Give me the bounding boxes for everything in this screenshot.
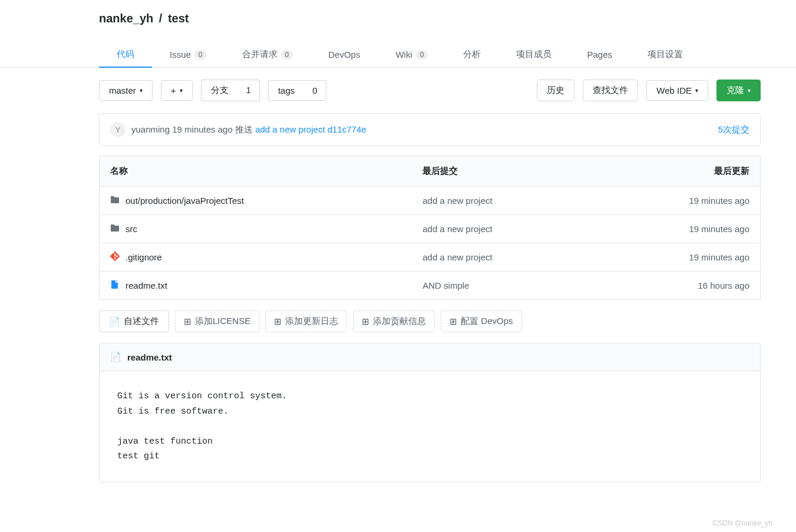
breadcrumb-sep: / <box>159 12 163 25</box>
commit-hash[interactable]: d11c774e <box>328 124 366 134</box>
tab-3[interactable]: DevOps <box>311 42 378 67</box>
avatar: Y <box>110 122 125 137</box>
web-ide-label: Web IDE <box>656 85 692 95</box>
file-name-text: .gitignore <box>125 252 162 262</box>
chevron-down-icon: ▾ <box>748 87 751 94</box>
tab-label: Issue <box>170 49 191 60</box>
tab-7[interactable]: Pages <box>569 42 630 67</box>
readme-header: 📄 readme.txt <box>100 343 760 371</box>
commit-time: 19 minutes ago <box>172 124 233 134</box>
table-row: readme.txtAND simple16 hours ago <box>100 272 761 300</box>
add-license-button[interactable]: ⊞ 添加LICENSE <box>175 310 259 332</box>
col-updated: 最后更新 <box>595 156 760 187</box>
chevron-down-icon: ▾ <box>140 87 143 94</box>
toolbar: master ▾ + ▾ 分支 1 tags 0 历史 查找文件 Web IDE… <box>99 80 761 101</box>
commit-message[interactable]: add a new project <box>255 124 325 134</box>
branches-button[interactable]: 分支 <box>201 80 238 101</box>
repo-actions: 📄 自述文件 ⊞ 添加LICENSE ⊞ 添加更新日志 ⊞ 添加贡献信息 ⊞ 配… <box>99 310 761 332</box>
file-name-text: out/production/javaProjectTest <box>125 196 244 206</box>
tab-label: 代码 <box>117 49 134 60</box>
chevron-down-icon: ▾ <box>695 87 698 94</box>
tab-0[interactable]: 代码 <box>99 42 152 67</box>
tags-count: 0 <box>304 80 326 101</box>
find-file-button[interactable]: 查找文件 <box>583 80 638 101</box>
tab-6[interactable]: 项目成员 <box>498 42 569 67</box>
commit-author[interactable]: yuanming <box>131 124 170 134</box>
tab-badge: 0 <box>194 50 207 60</box>
config-devops-button[interactable]: ⊞ 配置 DevOps <box>441 310 521 332</box>
tab-badge: 0 <box>416 50 428 60</box>
file-name-text: readme.txt <box>125 280 167 290</box>
clone-label: 克隆 <box>726 85 744 96</box>
tab-label: 合并请求 <box>242 49 278 60</box>
breadcrumb-repo[interactable]: test <box>168 12 189 25</box>
add-changelog-label: 添加更新日志 <box>285 316 338 327</box>
file-table: 名称 最后提交 最后更新 out/production/javaProjectT… <box>99 156 761 300</box>
tab-2[interactable]: 合并请求0 <box>224 42 311 67</box>
tab-8[interactable]: 项目设置 <box>630 42 701 67</box>
tab-5[interactable]: 分析 <box>445 42 498 67</box>
plus-square-icon: ⊞ <box>274 316 282 327</box>
tab-label: 分析 <box>463 49 481 60</box>
add-contrib-button[interactable]: ⊞ 添加贡献信息 <box>353 310 435 332</box>
add-changelog-button[interactable]: ⊞ 添加更新日志 <box>265 310 347 332</box>
table-row: srcadd a new project19 minutes ago <box>100 215 761 243</box>
breadcrumb-owner[interactable]: nanke_yh <box>99 12 153 25</box>
file-link[interactable]: out/production/javaProjectTest <box>110 195 401 206</box>
col-name: 名称 <box>100 156 412 187</box>
file-link[interactable]: readme.txt <box>110 280 401 291</box>
tabs-nav: 代码Issue0合并请求0DevOpsWiki0分析项目成员Pages项目设置 <box>0 42 796 68</box>
table-row: out/production/javaProjectTestadd a new … <box>100 187 761 215</box>
latest-commit-box: Y yuanming 19 minutes ago 推送 add a new p… <box>99 113 761 146</box>
file-updated: 19 minutes ago <box>595 215 760 243</box>
add-contrib-label: 添加贡献信息 <box>373 316 426 327</box>
chevron-down-icon: ▾ <box>180 87 183 94</box>
git-icon <box>110 252 120 263</box>
plus-square-icon: ⊞ <box>362 316 369 327</box>
file-commit-msg[interactable]: AND simple <box>412 272 595 300</box>
tab-label: 项目设置 <box>648 49 683 60</box>
branch-count-group: 分支 1 <box>201 80 260 101</box>
plus-icon: + <box>171 85 176 95</box>
file-commit-msg[interactable]: add a new project <box>412 215 595 243</box>
add-license-label: 添加LICENSE <box>195 316 250 327</box>
table-row: .gitignoreadd a new project19 minutes ag… <box>100 243 761 272</box>
readme-title: readme.txt <box>127 352 172 362</box>
file-link[interactable]: .gitignore <box>110 252 401 263</box>
tags-count-group: tags 0 <box>268 80 326 101</box>
add-dropdown[interactable]: + ▾ <box>161 80 193 101</box>
web-ide-button[interactable]: Web IDE ▾ <box>646 80 708 101</box>
plus-square-icon: ⊞ <box>450 316 457 327</box>
tab-label: Wiki <box>395 49 412 60</box>
commit-text: yuanming 19 minutes ago 推送 add a new pro… <box>131 124 712 136</box>
branch-name: master <box>109 85 136 95</box>
file-icon: 📄 <box>109 316 120 327</box>
readme-button[interactable]: 📄 自述文件 <box>99 310 169 332</box>
file-updated: 19 minutes ago <box>595 187 760 215</box>
branch-selector[interactable]: master ▾ <box>99 80 153 101</box>
commits-count-link[interactable]: 5次提交 <box>718 124 749 136</box>
config-devops-label: 配置 DevOps <box>461 316 513 327</box>
file-name-text: src <box>125 224 137 234</box>
readme-content: Git is a version control system. Git is … <box>100 371 760 482</box>
commit-action: 推送 <box>235 124 253 134</box>
file-icon: 📄 <box>110 352 121 362</box>
file-updated: 19 minutes ago <box>595 243 760 272</box>
folder-icon <box>110 195 120 206</box>
tags-button[interactable]: tags <box>268 80 304 101</box>
file-commit-msg[interactable]: add a new project <box>412 243 595 272</box>
file-updated: 16 hours ago <box>595 272 760 300</box>
file-commit-msg[interactable]: add a new project <box>412 187 595 215</box>
file-link[interactable]: src <box>110 223 401 234</box>
tab-label: Pages <box>587 49 612 60</box>
clone-button[interactable]: 克隆 ▾ <box>716 80 761 101</box>
readme-button-label: 自述文件 <box>124 316 159 327</box>
tab-1[interactable]: Issue0 <box>152 42 224 67</box>
plus-square-icon: ⊞ <box>184 316 191 327</box>
tab-badge: 0 <box>281 50 293 60</box>
tab-4[interactable]: Wiki0 <box>378 42 445 67</box>
history-button[interactable]: 历史 <box>537 80 574 101</box>
col-last-commit: 最后提交 <box>412 156 595 187</box>
branch-count: 1 <box>238 80 260 101</box>
tab-label: 项目成员 <box>516 49 551 60</box>
